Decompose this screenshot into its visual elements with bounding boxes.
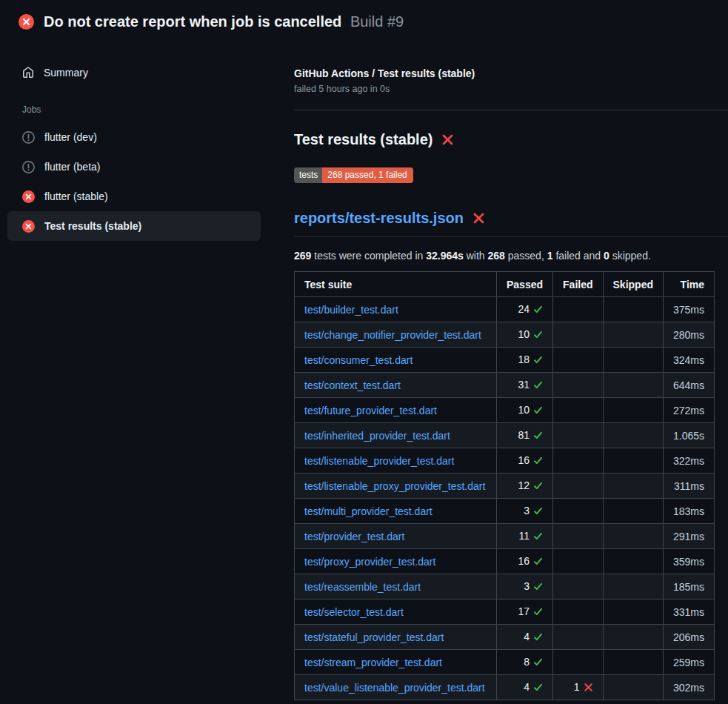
table-row: test/provider_test.dart 11 291ms — [295, 524, 715, 549]
skipped-cell — [603, 549, 663, 574]
passed-cell: 31 — [497, 373, 553, 398]
col-skipped: Skipped — [603, 272, 663, 297]
skipped-cell — [603, 675, 663, 700]
check-icon — [533, 582, 543, 594]
suite-link[interactable]: test/consumer_test.dart — [304, 354, 413, 366]
time-cell: 322ms — [663, 448, 714, 474]
suite-cell: test/selector_test.dart — [295, 600, 497, 625]
suite-link[interactable]: test/context_test.dart — [304, 379, 401, 391]
badge-label: tests — [294, 167, 322, 183]
passed-cell: 16 — [497, 448, 553, 474]
summary-label: Summary — [44, 67, 88, 79]
suite-link[interactable]: test/builder_test.dart — [304, 304, 398, 316]
failed-cell — [553, 348, 603, 373]
suite-link[interactable]: test/listenable_provider_test.dart — [304, 455, 454, 467]
suite-cell: test/consumer_test.dart — [295, 348, 497, 373]
check-icon — [533, 607, 543, 619]
suite-cell: test/listenable_provider_test.dart — [295, 448, 497, 474]
col-test-suite: Test suite — [295, 272, 497, 297]
skipped-cell — [603, 474, 663, 499]
time-cell: 302ms — [663, 675, 714, 700]
time-cell: 644ms — [663, 373, 714, 398]
suite-link[interactable]: test/value_listenable_provider_test.dart — [304, 682, 485, 694]
report-file-heading: reports/test-results.json — [294, 210, 728, 237]
table-header-row: Test suite Passed Failed Skipped Time — [295, 272, 715, 297]
passed-cell: 17 — [497, 600, 553, 625]
results-table: Test suite Passed Failed Skipped Time te… — [294, 271, 715, 700]
home-icon — [22, 67, 34, 79]
suite-link[interactable]: test/provider_test.dart — [304, 531, 404, 542]
suite-link[interactable]: test/stream_provider_test.dart — [304, 657, 442, 668]
sidebar-job-item[interactable]: flutter (beta) — [7, 152, 261, 182]
check-icon — [533, 431, 543, 442]
sidebar-item-summary[interactable]: Summary — [7, 60, 261, 85]
passed-cell: 16 — [497, 549, 553, 574]
skipped-cell — [603, 650, 663, 675]
skipped-cell — [603, 322, 663, 348]
check-icon — [533, 405, 543, 417]
time-cell: 280ms — [663, 322, 714, 348]
job-status-line: failed 5 hours ago in 0s — [294, 84, 728, 94]
suite-cell: test/proxy_provider_test.dart — [295, 549, 497, 574]
failed-cell — [553, 373, 603, 398]
suite-link[interactable]: test/stateful_provider_test.dart — [304, 631, 444, 643]
suite-link[interactable]: test/selector_test.dart — [304, 606, 404, 618]
passed-cell: 4 — [497, 625, 553, 650]
failed-x-icon — [472, 212, 485, 225]
section-title: Test results (stable) — [294, 131, 728, 148]
suite-cell: test/listenable_proxy_provider_test.dart — [295, 474, 497, 499]
check-icon — [533, 380, 543, 392]
passed-cell: 10 — [497, 398, 553, 423]
table-row: test/value_listenable_provider_test.dart… — [295, 675, 715, 700]
check-icon — [533, 506, 543, 518]
x-circle-icon — [22, 220, 35, 233]
suite-link[interactable]: test/change_notifier_provider_test.dart — [304, 329, 481, 341]
time-cell: 311ms — [663, 474, 714, 499]
suite-link[interactable]: test/reassemble_test.dart — [304, 581, 421, 593]
sidebar-job-item[interactable]: flutter (dev) — [7, 122, 261, 152]
suite-link[interactable]: test/listenable_proxy_provider_test.dart — [304, 480, 485, 492]
job-label: flutter (dev) — [44, 131, 97, 143]
check-icon — [533, 330, 543, 342]
passed-cell: 12 — [497, 474, 553, 499]
skipped-cell — [603, 524, 663, 549]
table-row: test/reassemble_test.dart 3 185ms — [295, 574, 715, 600]
suite-link[interactable]: test/proxy_provider_test.dart — [304, 556, 435, 568]
failed-x-icon — [441, 133, 454, 146]
check-icon — [533, 557, 543, 568]
skipped-cell — [603, 348, 663, 373]
sidebar-job-item[interactable]: Test results (stable) — [7, 211, 261, 241]
passed-cell: 24 — [497, 297, 553, 322]
skipped-cell — [603, 600, 663, 625]
table-row: test/listenable_proxy_provider_test.dart… — [295, 474, 715, 499]
suite-cell: test/future_provider_test.dart — [295, 398, 497, 423]
job-label: flutter (beta) — [44, 161, 100, 173]
skipped-cell — [603, 423, 663, 448]
skipped-cell — [603, 499, 663, 524]
check-icon — [533, 305, 543, 316]
table-row: test/change_notifier_provider_test.dart … — [295, 322, 715, 348]
job-label: flutter (stable) — [44, 190, 108, 202]
suite-cell: test/provider_test.dart — [295, 524, 497, 549]
passed-cell: 3 — [497, 574, 553, 600]
suite-link[interactable]: test/multi_provider_test.dart — [304, 505, 433, 517]
build-number: Build #9 — [350, 13, 404, 30]
table-row: test/listenable_provider_test.dart 16 32… — [295, 448, 715, 474]
suite-link[interactable]: test/inherited_provider_test.dart — [304, 430, 450, 442]
skipped-cell — [603, 448, 663, 474]
report-file-link[interactable]: reports/test-results.json — [294, 210, 464, 227]
passed-cell: 8 — [497, 650, 553, 675]
failed-cell — [553, 650, 603, 675]
neutral-alert-icon — [22, 131, 35, 144]
time-cell: 206ms — [663, 625, 714, 650]
time-cell: 1.065s — [663, 423, 714, 448]
suite-cell: test/context_test.dart — [295, 373, 497, 398]
page-header: Do not create report when job is cancell… — [0, 0, 728, 30]
summary-line: 269 tests were completed in 32.964s with… — [294, 250, 728, 262]
time-cell: 324ms — [663, 348, 714, 373]
suite-link[interactable]: test/future_provider_test.dart — [304, 405, 437, 416]
time-cell: 259ms — [663, 650, 714, 675]
sidebar-job-item[interactable]: flutter (stable) — [7, 182, 261, 211]
x-circle-icon — [19, 14, 34, 30]
badge-value: 268 passed, 1 failed — [322, 167, 413, 183]
